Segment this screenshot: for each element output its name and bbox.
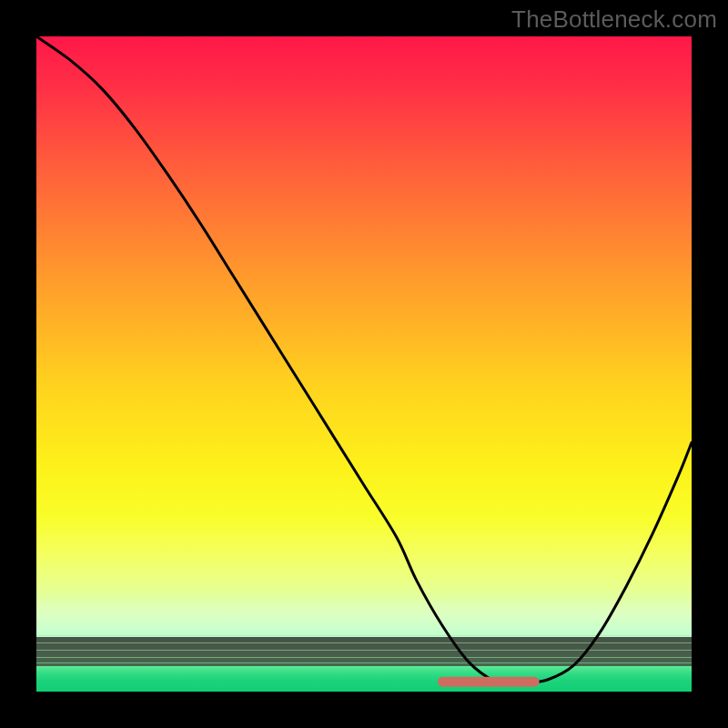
chart-lines-svg	[36, 36, 692, 692]
bottleneck-curve	[36, 36, 692, 684]
chart-frame: TheBottleneck.com	[0, 0, 728, 728]
plot-area	[36, 36, 692, 692]
watermark-text: TheBottleneck.com	[511, 5, 717, 34]
